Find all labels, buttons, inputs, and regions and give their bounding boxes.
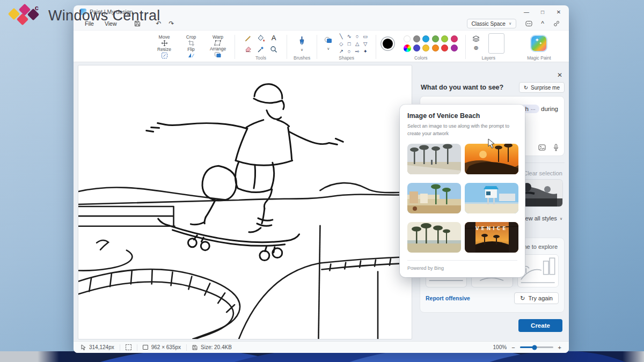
shape-triangle[interactable]: △	[355, 41, 359, 47]
add-layer-icon[interactable]: ⊕	[474, 45, 479, 51]
color-swatch[interactable]	[441, 45, 448, 51]
color-palette	[402, 34, 459, 53]
pencil-tool[interactable]	[244, 34, 252, 42]
layer-thumbnail[interactable]	[488, 33, 504, 54]
redo-icon[interactable]: ↷	[166, 19, 178, 28]
color-swatch[interactable]	[451, 35, 458, 42]
shape-arrow[interactable]: ↗	[339, 48, 343, 54]
shape-star[interactable]: ✦	[363, 48, 368, 54]
colors-group-label: Colors	[414, 55, 428, 62]
popup-divider	[407, 260, 517, 261]
text-tool[interactable]: A	[272, 34, 276, 41]
copilot-icon[interactable]	[523, 19, 535, 28]
color-swatch[interactable]	[413, 35, 420, 42]
layers-icon[interactable]	[472, 35, 480, 42]
report-offensive-link[interactable]: Report offensive	[426, 295, 470, 301]
shape-rectangle[interactable]: ▭	[363, 33, 368, 39]
refresh-icon: ↻	[520, 295, 525, 302]
shape-line[interactable]: ╲	[340, 33, 343, 39]
drawing-canvas[interactable]	[78, 65, 412, 339]
selected-color-swatch[interactable]	[383, 39, 393, 49]
minimize-button[interactable]: —	[518, 7, 535, 17]
image-grid: VENICE	[407, 144, 517, 253]
theme-selector-dropdown[interactable]: Classic Space ∨	[467, 19, 516, 28]
skater-sketch	[78, 65, 412, 339]
move-icon	[161, 40, 168, 47]
close-button[interactable]: ✕	[551, 7, 567, 17]
color-swatch[interactable]	[432, 35, 439, 42]
shapes-dropdown-icon[interactable]: ∨	[327, 47, 330, 50]
move-tool[interactable]: Move	[154, 35, 174, 47]
warp-tool[interactable]: Warp	[208, 35, 228, 46]
crop-icon	[188, 40, 195, 47]
flip-icon	[187, 52, 195, 58]
arrange-group: Move Resize Crop	[150, 32, 232, 62]
fill-tool[interactable]	[257, 34, 265, 42]
color-swatch[interactable]	[441, 35, 448, 42]
brushes-dropdown-icon[interactable]: ∨	[301, 48, 303, 51]
image-option-lifeguard-tower[interactable]	[465, 183, 518, 213]
color-swatch[interactable]	[422, 35, 429, 42]
shape-gallery[interactable]: ╲ ∿ ○ ▭ ◇ □ △ ▽ ↗ ○ ⇨ ✦	[337, 32, 369, 55]
create-button[interactable]: Create	[518, 319, 562, 332]
shape-circle[interactable]: ○	[348, 48, 351, 54]
zoom-slider[interactable]	[520, 346, 553, 348]
color-swatch[interactable]	[422, 45, 429, 51]
image-option-boardwalk-daytime[interactable]	[407, 183, 461, 213]
resize-icon	[161, 52, 168, 59]
popup-subtitle: Select an image to use along with the pr…	[407, 123, 517, 137]
color-swatch[interactable]	[413, 45, 420, 51]
magic-paint-icon[interactable]: ✦ ✦	[531, 36, 546, 51]
sidebar-close-icon[interactable]: ✕	[557, 71, 562, 79]
refresh-icon: ↻	[524, 85, 528, 91]
zoom-level: 100%	[493, 344, 507, 350]
wallpaper-bloom-shapes	[0, 351, 644, 362]
color-swatch[interactable]	[404, 35, 411, 42]
brush-icon[interactable]	[298, 36, 306, 46]
microphone-icon[interactable]	[553, 144, 559, 151]
try-again-button[interactable]: ↻ Try again	[514, 292, 559, 304]
clear-selection-link[interactable]: Clear selection	[523, 170, 562, 176]
image-option-beach-palms[interactable]	[407, 222, 461, 253]
image-option-boardwalk-gray[interactable]	[407, 144, 461, 174]
color-swatch[interactable]	[451, 45, 458, 51]
color-swatch[interactable]	[432, 45, 439, 51]
windows-central-watermark: c Windows Central	[9, 3, 160, 28]
chevron-down-icon: ∨	[509, 21, 511, 26]
maximize-button[interactable]: □	[535, 7, 551, 17]
zoom-out-button[interactable]: −	[511, 344, 515, 351]
shape-arrow-right[interactable]: ⇨	[355, 48, 360, 54]
shape-diamond[interactable]: ◇	[339, 41, 343, 47]
more-options-icon[interactable]: ⋯	[531, 107, 536, 112]
canvas-size-icon	[143, 345, 148, 350]
zoom-in-button[interactable]: +	[558, 344, 561, 351]
image-option-venice-sign[interactable]: VENICE	[465, 222, 518, 253]
arrange-tool[interactable]: Arrange	[208, 47, 228, 58]
color-picker-tool[interactable]	[257, 46, 265, 53]
shape-curve[interactable]: ∿	[347, 33, 352, 39]
settings-icon[interactable]	[551, 19, 562, 28]
zoom-slider-thumb[interactable]	[532, 345, 537, 350]
magnifier-tool[interactable]	[270, 46, 277, 53]
arrange-icon	[214, 51, 222, 58]
resize-tool[interactable]: Resize	[154, 47, 174, 59]
view-all-styles-link[interactable]: View all styles ∨	[520, 215, 562, 221]
watermark-brand-text: Windows Central	[48, 8, 160, 24]
selection-size	[126, 344, 131, 350]
cursor-icon	[81, 344, 86, 350]
shape-fill-icon[interactable]	[324, 36, 333, 45]
add-image-icon[interactable]	[538, 144, 546, 151]
mouse-cursor	[487, 138, 496, 149]
eraser-tool[interactable]	[244, 46, 252, 53]
selection-icon	[126, 344, 131, 350]
shape-square[interactable]: □	[348, 41, 351, 47]
theme-selector-value: Classic Space	[472, 21, 506, 27]
windows-central-logo-icon: c	[9, 3, 40, 28]
shape-oval[interactable]: ○	[356, 33, 359, 39]
crop-tool[interactable]: Crop	[181, 35, 201, 47]
collapse-ribbon-icon[interactable]: ^	[537, 19, 548, 28]
shape-triangle-down[interactable]: ▽	[363, 41, 367, 47]
surprise-me-button[interactable]: ↻ Surprise me	[519, 82, 565, 93]
flip-tool[interactable]: Flip	[181, 47, 201, 58]
color-wheel-icon[interactable]	[404, 45, 411, 52]
